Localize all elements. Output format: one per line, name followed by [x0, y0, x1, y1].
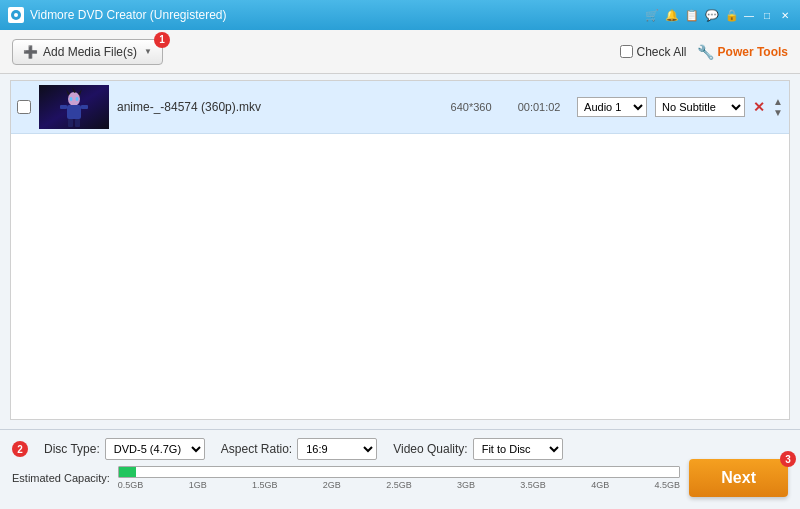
add-media-button[interactable]: ➕ Add Media File(s) ▼ 1 — [12, 39, 163, 65]
disc-type-badge: 2 — [12, 441, 28, 457]
tick-8: 4.5GB — [654, 480, 680, 490]
file-thumbnail — [39, 85, 109, 129]
power-tools-label: Power Tools — [718, 45, 788, 59]
file-reorder-arrows: ▲ ▼ — [773, 97, 783, 118]
capacity-bar-container — [118, 466, 680, 478]
aspect-ratio-group: Aspect Ratio: 16:9 4:3 — [221, 438, 377, 460]
capacity-bar-wrapper: 0.5GB 1GB 1.5GB 2GB 2.5GB 3GB 3.5GB 4GB … — [118, 466, 680, 490]
svg-rect-13 — [75, 119, 80, 127]
file-name: anime-_-84574 (360p).mkv — [117, 100, 433, 114]
svg-rect-9 — [67, 105, 81, 119]
next-label: Next — [721, 469, 756, 486]
svg-point-2 — [14, 13, 18, 17]
title-bar: Vidmore DVD Creator (Unregistered) 🛒 🔔 📋… — [0, 0, 800, 30]
check-all-label: Check All — [637, 45, 687, 59]
check-all-area: Check All — [620, 45, 687, 59]
app-icon — [8, 7, 24, 23]
file-remove-button[interactable]: ✕ — [753, 99, 765, 115]
file-list-area: anime-_-84574 (360p).mkv 640*360 00:01:0… — [10, 80, 790, 420]
disc-type-label: Disc Type: — [44, 442, 100, 456]
power-tools-icon: 🔧 — [697, 44, 714, 60]
tick-7: 4GB — [591, 480, 609, 490]
tick-4: 2.5GB — [386, 480, 412, 490]
tick-6: 3.5GB — [520, 480, 546, 490]
maximize-button[interactable]: □ — [760, 8, 774, 22]
dropdown-arrow-icon: ▼ — [144, 47, 152, 56]
tick-1: 1GB — [189, 480, 207, 490]
estimated-capacity-label: Estimated Capacity: — [12, 472, 110, 484]
add-media-badge: 1 — [154, 32, 170, 48]
next-button[interactable]: Next 3 — [689, 459, 788, 497]
capacity-ticks: 0.5GB 1GB 1.5GB 2GB 2.5GB 3GB 3.5GB 4GB … — [118, 480, 680, 490]
tick-2: 1.5GB — [252, 480, 278, 490]
disc-type-select[interactable]: DVD-5 (4.7G) DVD-9 (8.5G) Blu-ray 25G Bl… — [105, 438, 205, 460]
move-down-arrow[interactable]: ▼ — [773, 108, 783, 118]
titlebar-icon-cart[interactable]: 🛒 — [642, 9, 662, 22]
capacity-bar-row: Estimated Capacity: 0.5GB 1GB 1.5GB 2GB … — [0, 464, 800, 494]
svg-rect-12 — [68, 119, 73, 127]
toolbar: ➕ Add Media File(s) ▼ 1 Check All 🔧 Powe… — [0, 30, 800, 74]
tick-5: 3GB — [457, 480, 475, 490]
tick-3: 2GB — [323, 480, 341, 490]
video-quality-group: Video Quality: Fit to Disc High Medium L… — [393, 438, 563, 460]
svg-rect-11 — [81, 105, 88, 109]
svg-rect-10 — [60, 105, 67, 109]
next-badge: 3 — [780, 451, 796, 467]
minimize-button[interactable]: — — [742, 8, 756, 22]
tick-0: 0.5GB — [118, 480, 144, 490]
move-up-arrow[interactable]: ▲ — [773, 97, 783, 107]
titlebar-icon-bell[interactable]: 🔔 — [662, 9, 682, 22]
svg-point-14 — [70, 97, 73, 101]
titlebar-icon-lock[interactable]: 🔒 — [722, 9, 742, 22]
app-title: Vidmore DVD Creator (Unregistered) — [30, 8, 642, 22]
check-all-checkbox[interactable] — [620, 45, 633, 58]
svg-point-15 — [76, 97, 79, 101]
bottom-bar: 2 Disc Type: DVD-5 (4.7G) DVD-9 (8.5G) B… — [0, 429, 800, 509]
file-resolution: 640*360 — [441, 101, 501, 113]
titlebar-icon-clipboard[interactable]: 📋 — [682, 9, 702, 22]
aspect-ratio-select[interactable]: 16:9 4:3 — [297, 438, 377, 460]
disc-type-group: Disc Type: DVD-5 (4.7G) DVD-9 (8.5G) Blu… — [44, 438, 205, 460]
add-media-icon: ➕ — [23, 45, 38, 59]
titlebar-icon-chat[interactable]: 💬 — [702, 9, 722, 22]
close-button[interactable]: ✕ — [778, 8, 792, 22]
file-audio-select[interactable]: Audio 1 Audio 2 — [577, 97, 647, 117]
file-checkbox[interactable] — [17, 100, 31, 114]
aspect-ratio-label: Aspect Ratio: — [221, 442, 292, 456]
add-media-label: Add Media File(s) — [43, 45, 137, 59]
file-duration: 00:01:02 — [509, 101, 569, 113]
file-subtitle-select[interactable]: No Subtitle Subtitle 1 Subtitle 2 — [655, 97, 745, 117]
power-tools-button[interactable]: 🔧 Power Tools — [697, 44, 788, 60]
bottom-controls: 2 Disc Type: DVD-5 (4.7G) DVD-9 (8.5G) B… — [0, 430, 800, 464]
video-quality-select[interactable]: Fit to Disc High Medium Low — [473, 438, 563, 460]
file-row: anime-_-84574 (360p).mkv 640*360 00:01:0… — [11, 81, 789, 134]
video-quality-label: Video Quality: — [393, 442, 468, 456]
capacity-bar-fill — [119, 467, 136, 477]
